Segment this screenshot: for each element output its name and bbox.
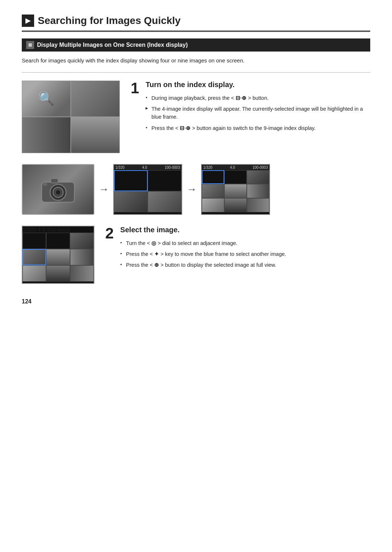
svg-rect-4 — [51, 179, 58, 183]
step2-cell-2 — [70, 233, 94, 249]
camera-image — [22, 164, 94, 215]
grid9-cell-3 — [202, 184, 224, 198]
step1-content: 1 Turn on the index display. During imag… — [131, 81, 370, 135]
step2-row: 1/320 4.0 100-0003 2 Select the image. — [22, 226, 370, 284]
svg-rect-5 — [43, 183, 47, 186]
grid4-cell-0 — [114, 170, 148, 191]
grid9-cell-1 — [224, 170, 247, 184]
grid9-cell-2 — [247, 170, 269, 184]
step1-row: 🔍 1 Turn on the index display. During im… — [22, 81, 370, 153]
index-screen-9: 1/320 4.0 100-0003 — [201, 164, 270, 215]
screen9-grid — [202, 170, 269, 212]
step2-cell-0 — [23, 233, 46, 249]
step2-screen-header: 1/320 4.0 100-0003 — [23, 226, 94, 233]
page-title: ▶ Searching for Images Quickly — [22, 15, 370, 32]
step1-bullet-1: During image playback, press the < ⊟·⊕ >… — [146, 94, 370, 102]
step1-heading: Turn on the index display. — [146, 81, 370, 89]
step1-bullets: During image playback, press the < ⊟·⊕ >… — [146, 94, 370, 132]
grid9-cell-7 — [224, 198, 247, 212]
index-screen-4: 1/320 4.0 100-0003 — [113, 164, 182, 215]
grid9-cell-5 — [247, 184, 269, 198]
thumb-3 — [71, 117, 120, 153]
section-header: ⊞ Display Multiple Images on One Screen … — [22, 38, 370, 52]
step2-cell-1 — [46, 233, 70, 249]
step2-cell-4 — [46, 249, 70, 265]
grid9-cell-8 — [247, 198, 269, 212]
screen4-grid — [114, 170, 181, 212]
title-icon: ▶ — [22, 15, 34, 27]
thumb-2 — [22, 117, 71, 153]
step2-screen-grid — [23, 233, 94, 282]
step2-cell-6 — [23, 265, 46, 282]
step1-number: 1 — [131, 81, 139, 96]
step2-cell-3 — [23, 249, 46, 265]
step2-cell-8 — [70, 265, 94, 282]
arrow-2: → — [187, 184, 197, 195]
step1-bullet-2: The 4-image index display will appear. T… — [146, 105, 370, 121]
grid4-cell-3 — [148, 191, 181, 212]
step2-bullet-3: Press the < ⊕ > button to display the se… — [120, 261, 286, 269]
index-progression-row: → 1/320 4.0 100-0003 → 1/320 4.0 100-000… — [22, 164, 370, 215]
svg-point-3 — [56, 190, 61, 195]
arrow-1: → — [99, 184, 109, 195]
step2-cell-7 — [46, 265, 70, 282]
step1-bullet-3: Press the < ⊟·⊕ > button again to switch… — [146, 124, 370, 132]
grid4-cell-1 — [148, 170, 181, 191]
grid4-cell-2 — [114, 191, 148, 212]
lens-icon: 🔍 — [38, 91, 54, 106]
step1-image: 🔍 — [22, 81, 120, 153]
grid9-cell-0 — [202, 170, 224, 184]
step2-bullet-1: Turn the < ◎ > dial to select an adjacen… — [120, 239, 286, 247]
step2-image: 1/320 4.0 100-0003 — [22, 226, 94, 284]
grid9-cell-4 — [224, 184, 247, 198]
step2-cell-5 — [70, 249, 94, 265]
page-number: 124 — [22, 298, 370, 305]
step2-number: 2 — [105, 226, 114, 241]
screen9-header: 1/320 4.0 100-0003 — [202, 165, 269, 170]
step2-content: 2 Select the image. Turn the < ◎ > dial … — [105, 226, 370, 272]
step2-bullets: Turn the < ◎ > dial to select an adjacen… — [120, 239, 286, 269]
section-icon: ⊞ — [26, 41, 34, 49]
grid9-cell-6 — [202, 198, 224, 212]
step2-bullet-2: Press the < ✦ > key to move the blue fra… — [120, 250, 286, 258]
thumb-1 — [71, 81, 120, 117]
intro-text: Search for images quickly with the index… — [22, 57, 370, 65]
screen4-header: 1/320 4.0 100-0003 — [114, 165, 181, 170]
thumb-0: 🔍 — [22, 81, 71, 117]
step2-heading: Select the image. — [120, 226, 286, 234]
divider — [22, 72, 370, 73]
